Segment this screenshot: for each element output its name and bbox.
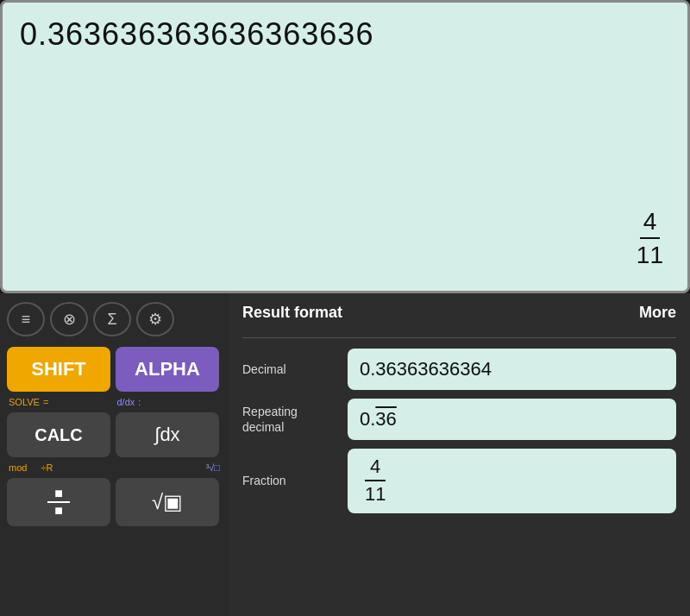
frac-sqrt-row: ■ ■ √▣ <box>7 476 222 528</box>
decimal-result-row: Decimal 0.36363636364 <box>242 349 676 390</box>
calc-button[interactable]: CALC <box>7 412 110 457</box>
target-icon[interactable]: ⊗ <box>50 302 88 336</box>
result-format-panel: Result format More Decimal 0.36363636364… <box>229 293 690 616</box>
mod-label: mod ÷R <box>9 462 112 473</box>
cbrt-label: ³√□ <box>117 462 221 473</box>
sigma-icon[interactable]: Σ <box>93 302 131 336</box>
ddx-label: d/dx : <box>117 397 221 407</box>
menu-icon[interactable]: ≡ <box>7 302 45 336</box>
integral-button[interactable]: ∫dx <box>116 412 219 457</box>
shift-button[interactable]: SHIFT <box>7 347 110 392</box>
display-main-value: 0.363636363636363636 <box>20 16 670 53</box>
sub-labels-row: SOLVE = d/dx : <box>7 397 222 407</box>
decimal-label: Decimal <box>242 361 337 377</box>
fraction-denominator: 11 <box>360 481 391 506</box>
decimal-result-box: 0.36363636364 <box>348 349 676 390</box>
calc-integral-row: CALC ∫dx <box>7 411 222 459</box>
solve-label: SOLVE = <box>9 397 112 407</box>
fraction-button[interactable]: ■ ■ <box>7 478 110 526</box>
result-format-header: Result format More <box>242 304 676 327</box>
header-divider <box>242 337 676 338</box>
shift-alpha-row: SHIFT ALPHA <box>7 345 222 393</box>
display-fraction-numerator: 4 <box>640 207 661 240</box>
calculator-display: 0.363636363636363636 4 11 <box>0 0 690 293</box>
display-fraction-denominator: 11 <box>637 239 663 270</box>
alpha-button[interactable]: ALPHA <box>116 347 219 392</box>
repeating-decimal-label: Repeatingdecimal <box>242 404 337 435</box>
repeating-decimal-result-row: Repeatingdecimal 0.36 <box>242 399 676 440</box>
more-link[interactable]: More <box>639 304 676 322</box>
fraction-numerator: 4 <box>365 456 386 481</box>
fraction-result-box: 4 11 <box>348 449 676 513</box>
repeating-decimal-result-box: 0.36 <box>348 399 676 440</box>
fraction-result-row: Fraction 4 11 <box>242 449 676 513</box>
display-fraction: 4 11 <box>637 207 663 270</box>
result-format-title: Result format <box>242 304 342 322</box>
repeating-digits: 36 <box>375 408 396 430</box>
calculator-keypad: ≡ ⊗ Σ ⚙ SHIFT ALPHA SOLVE = d/dx : CALC … <box>0 293 229 616</box>
settings-icon[interactable]: ⚙ <box>136 302 174 336</box>
icon-row: ≡ ⊗ Σ ⚙ <box>7 300 222 342</box>
sqrt-button[interactable]: √▣ <box>116 478 219 526</box>
fraction-display: 4 11 <box>360 456 391 506</box>
fraction-label: Fraction <box>242 473 337 488</box>
mod-div-row: mod ÷R ³√□ <box>7 462 222 473</box>
